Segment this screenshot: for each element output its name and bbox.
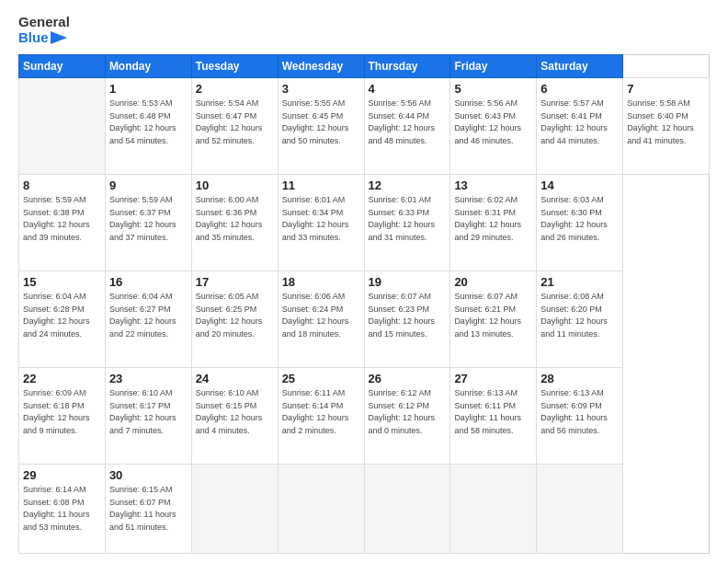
- day-info: Sunrise: 5:57 AMSunset: 6:41 PMDaylight:…: [540, 98, 608, 145]
- day-info: Sunrise: 6:07 AMSunset: 6:21 PMDaylight:…: [454, 292, 521, 339]
- calendar-cell: 14Sunrise: 6:03 AMSunset: 6:30 PMDayligh…: [537, 175, 623, 271]
- day-info: Sunrise: 5:59 AMSunset: 6:38 PMDaylight:…: [23, 195, 90, 242]
- day-number: 25: [282, 372, 360, 385]
- calendar-cell: 18Sunrise: 6:06 AMSunset: 6:24 PMDayligh…: [278, 271, 364, 368]
- day-number: 4: [369, 82, 447, 96]
- day-number: 5: [454, 82, 532, 96]
- day-info: Sunrise: 5:53 AMSunset: 6:48 PMDaylight:…: [109, 98, 176, 145]
- day-info: Sunrise: 6:06 AMSunset: 6:24 PMDaylight:…: [282, 292, 349, 339]
- day-info: Sunrise: 6:11 AMSunset: 6:14 PMDaylight:…: [282, 388, 349, 435]
- day-number: 1: [109, 82, 188, 96]
- calendar-cell: 26Sunrise: 6:12 AMSunset: 6:12 PMDayligh…: [364, 368, 450, 465]
- day-header-monday: Monday: [105, 55, 191, 78]
- day-number: 12: [369, 178, 447, 192]
- calendar-cell: 3Sunrise: 5:55 AMSunset: 6:45 PMDaylight…: [278, 78, 364, 175]
- calendar-cell: 28Sunrise: 6:13 AMSunset: 6:09 PMDayligh…: [537, 368, 623, 465]
- calendar-cell: 12Sunrise: 6:01 AMSunset: 6:33 PMDayligh…: [364, 175, 450, 271]
- day-info: Sunrise: 6:04 AMSunset: 6:28 PMDaylight:…: [23, 292, 90, 339]
- day-header-tuesday: Tuesday: [191, 55, 278, 78]
- day-number: 11: [282, 178, 360, 192]
- calendar-cell: [278, 465, 364, 554]
- calendar-cell: [191, 465, 278, 554]
- day-number: 14: [540, 178, 619, 192]
- day-number: 16: [109, 275, 188, 289]
- calendar-cell: 27Sunrise: 6:13 AMSunset: 6:11 PMDayligh…: [450, 368, 537, 465]
- calendar-header-row: SundayMondayTuesdayWednesdayThursdayFrid…: [19, 55, 710, 78]
- calendar-week-4: 22Sunrise: 6:09 AMSunset: 6:18 PMDayligh…: [19, 368, 710, 465]
- calendar-cell: 23Sunrise: 6:10 AMSunset: 6:17 PMDayligh…: [105, 368, 191, 465]
- day-number: 27: [454, 372, 532, 385]
- calendar-cell: 15Sunrise: 6:04 AMSunset: 6:28 PMDayligh…: [19, 271, 106, 368]
- calendar-cell: 1Sunrise: 5:53 AMSunset: 6:48 PMDaylight…: [105, 78, 191, 175]
- calendar-week-5: 29Sunrise: 6:14 AMSunset: 6:08 PMDayligh…: [19, 465, 710, 554]
- day-info: Sunrise: 6:08 AMSunset: 6:20 PMDaylight:…: [540, 292, 608, 339]
- day-info: Sunrise: 6:10 AMSunset: 6:15 PMDaylight:…: [196, 388, 263, 435]
- day-number: 29: [23, 468, 101, 482]
- calendar-cell: 4Sunrise: 5:56 AMSunset: 6:44 PMDaylight…: [364, 78, 450, 175]
- day-info: Sunrise: 5:56 AMSunset: 6:43 PMDaylight:…: [454, 98, 521, 145]
- calendar-cell: 13Sunrise: 6:02 AMSunset: 6:31 PMDayligh…: [450, 175, 537, 271]
- calendar-cell: 11Sunrise: 6:01 AMSunset: 6:34 PMDayligh…: [278, 175, 364, 271]
- day-number: 3: [282, 82, 360, 96]
- header: General Blue: [18, 15, 710, 45]
- calendar-body: 1Sunrise: 5:53 AMSunset: 6:48 PMDaylight…: [19, 78, 710, 554]
- calendar-cell: [537, 465, 623, 554]
- calendar-week-3: 15Sunrise: 6:04 AMSunset: 6:28 PMDayligh…: [19, 271, 710, 368]
- calendar-cell: 2Sunrise: 5:54 AMSunset: 6:47 PMDaylight…: [191, 78, 278, 175]
- calendar-cell: 7Sunrise: 5:58 AMSunset: 6:40 PMDaylight…: [623, 78, 710, 175]
- calendar-cell: 9Sunrise: 5:59 AMSunset: 6:37 PMDaylight…: [105, 175, 191, 271]
- calendar-cell: [450, 465, 537, 554]
- calendar-table: SundayMondayTuesdayWednesdayThursdayFrid…: [18, 54, 710, 554]
- day-info: Sunrise: 6:13 AMSunset: 6:11 PMDaylight:…: [454, 388, 521, 435]
- calendar-week-2: 8Sunrise: 5:59 AMSunset: 6:38 PMDaylight…: [19, 175, 710, 271]
- calendar-cell: 22Sunrise: 6:09 AMSunset: 6:18 PMDayligh…: [19, 368, 106, 465]
- day-info: Sunrise: 5:54 AMSunset: 6:47 PMDaylight:…: [196, 98, 263, 145]
- day-info: Sunrise: 5:56 AMSunset: 6:44 PMDaylight:…: [369, 98, 436, 145]
- day-info: Sunrise: 6:02 AMSunset: 6:31 PMDaylight:…: [454, 195, 521, 242]
- logo-arrow-icon: [51, 31, 67, 44]
- page: General Blue SundayMondayTuesdayWednesda…: [0, 0, 728, 563]
- calendar-cell: 24Sunrise: 6:10 AMSunset: 6:15 PMDayligh…: [191, 368, 278, 465]
- calendar-cell: 10Sunrise: 6:00 AMSunset: 6:36 PMDayligh…: [191, 175, 278, 271]
- day-info: Sunrise: 6:12 AMSunset: 6:12 PMDaylight:…: [369, 388, 436, 435]
- day-number: 18: [282, 275, 360, 289]
- day-number: 22: [23, 372, 101, 385]
- day-header-sunday: Sunday: [19, 55, 106, 78]
- svg-marker-0: [51, 31, 67, 44]
- calendar-week-1: 1Sunrise: 5:53 AMSunset: 6:48 PMDaylight…: [19, 78, 710, 175]
- day-number: 19: [369, 275, 447, 289]
- day-info: Sunrise: 6:15 AMSunset: 6:07 PMDaylight:…: [109, 485, 176, 532]
- day-header-saturday: Saturday: [537, 55, 623, 78]
- calendar-cell: 8Sunrise: 5:59 AMSunset: 6:38 PMDaylight…: [19, 175, 106, 271]
- calendar-cell: 19Sunrise: 6:07 AMSunset: 6:23 PMDayligh…: [364, 271, 450, 368]
- day-header-thursday: Thursday: [364, 55, 450, 78]
- day-header-wednesday: Wednesday: [278, 55, 364, 78]
- day-number: 8: [23, 178, 101, 192]
- logo-blue: Blue: [18, 30, 70, 46]
- calendar-cell: 20Sunrise: 6:07 AMSunset: 6:21 PMDayligh…: [450, 271, 537, 368]
- logo-graphic: General Blue: [18, 15, 70, 45]
- day-info: Sunrise: 6:07 AMSunset: 6:23 PMDaylight:…: [369, 292, 436, 339]
- calendar-cell: 16Sunrise: 6:04 AMSunset: 6:27 PMDayligh…: [105, 271, 191, 368]
- calendar-cell: 17Sunrise: 6:05 AMSunset: 6:25 PMDayligh…: [191, 271, 278, 368]
- calendar-cell: 6Sunrise: 5:57 AMSunset: 6:41 PMDaylight…: [537, 78, 623, 175]
- day-number: 20: [454, 275, 532, 289]
- day-info: Sunrise: 6:13 AMSunset: 6:09 PMDaylight:…: [540, 388, 608, 435]
- day-info: Sunrise: 6:10 AMSunset: 6:17 PMDaylight:…: [109, 388, 176, 435]
- day-number: 24: [196, 372, 274, 385]
- day-number: 26: [369, 372, 447, 385]
- calendar-cell: 5Sunrise: 5:56 AMSunset: 6:43 PMDaylight…: [450, 78, 537, 175]
- day-number: 30: [109, 468, 188, 482]
- logo: General Blue: [18, 15, 70, 45]
- day-number: 6: [540, 82, 619, 96]
- day-info: Sunrise: 6:04 AMSunset: 6:27 PMDaylight:…: [109, 292, 176, 339]
- day-number: 21: [540, 275, 619, 289]
- calendar-cell: [364, 465, 450, 554]
- day-number: 2: [196, 82, 274, 96]
- calendar-cell: [19, 78, 106, 175]
- day-number: 10: [196, 178, 274, 192]
- logo-general: General: [18, 15, 70, 30]
- day-info: Sunrise: 6:09 AMSunset: 6:18 PMDaylight:…: [23, 388, 90, 435]
- day-info: Sunrise: 6:00 AMSunset: 6:36 PMDaylight:…: [196, 195, 263, 242]
- calendar-cell: 30Sunrise: 6:15 AMSunset: 6:07 PMDayligh…: [105, 465, 191, 554]
